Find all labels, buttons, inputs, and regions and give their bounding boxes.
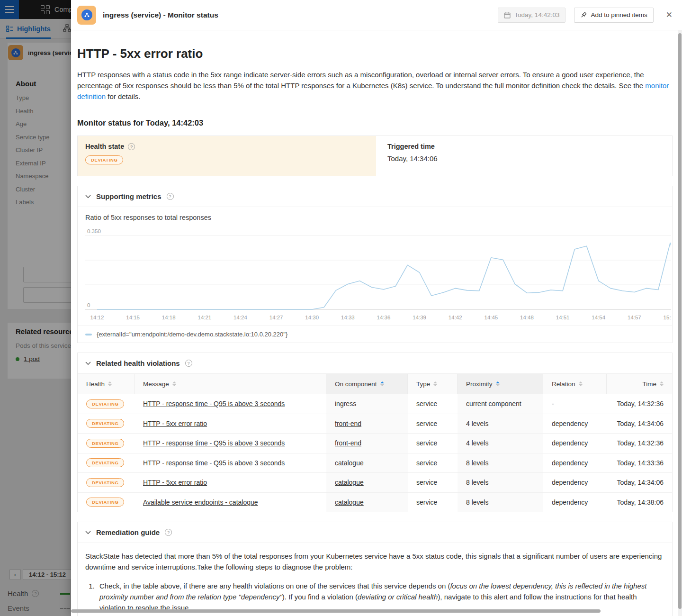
triggered-time-label: Triggered time [387,143,435,150]
sort-icon [496,381,500,386]
column-header-health[interactable]: Health [78,374,135,394]
vertical-scrollbar-thumb[interactable] [678,33,682,609]
proximity-cell: 4 levels [458,434,543,453]
message-cell: HTTP - response time - Q95 is above 3 se… [135,434,326,453]
proximity-cell: 8 levels [458,493,543,512]
on-component-cell: catalogue [326,453,408,473]
violation-message-link[interactable]: HTTP - 5xx error ratio [143,479,207,486]
type-cell: service [408,453,458,473]
sort-icon [660,381,664,386]
svg-text:14:27: 14:27 [269,315,283,320]
svg-text:14:21: 14:21 [197,315,211,320]
on-component-cell: ingress [326,394,408,414]
svg-text:14:36: 14:36 [377,315,391,320]
on-component-cell: front-end [326,434,408,453]
relation-cell: - [543,394,607,414]
violation-message-link[interactable]: HTTP - response time - Q95 is above 3 se… [143,459,285,467]
time-picker-button[interactable]: Today, 14:42:03 [498,8,565,23]
time-cell: Today, 14:33:36 [607,453,672,473]
type-cell: service [408,434,458,453]
column-header-message[interactable]: Message [135,374,326,394]
component-link[interactable]: front-end [335,420,361,427]
violation-message-link[interactable]: Available service endpoints - catalogue [143,498,258,506]
column-header-type[interactable]: Type [408,374,458,394]
svg-text:14:12: 14:12 [90,315,104,320]
add-to-pinned-items-button[interactable]: Add to pinned items [574,8,653,23]
violation-message-link[interactable]: HTTP - 5xx error ratio [143,420,207,427]
proximity-cell: 4 levels [458,414,543,434]
sort-icon [172,381,176,386]
health-state-help-icon[interactable]: ? [128,143,135,150]
deviating-badge: DEVIATING [85,155,123,164]
calendar-icon [504,12,511,18]
type-cell: service [408,473,458,492]
component-link[interactable]: front-end [335,439,361,447]
proximity-cell: 8 levels [458,453,543,473]
component-link[interactable]: catalogue [335,459,364,467]
svg-text:14:45: 14:45 [484,315,498,320]
relation-cell: dependency [543,453,607,473]
chevron-down-icon [85,531,91,534]
component-link[interactable]: catalogue [335,479,364,486]
on-component-cell: catalogue [326,493,408,512]
health-cell: DEVIATING [78,394,135,414]
deviating-badge: DEVIATING [86,419,124,428]
component-link[interactable]: catalogue [335,498,364,506]
time-cell: Today, 14:34:06 [607,414,672,434]
violations-header[interactable]: Related health violations ? [78,353,672,374]
svg-text:14:30: 14:30 [305,315,319,320]
remediation-intro: StackState has detected that more than 5… [85,551,664,572]
remediation-title: Remediation guide [96,528,160,536]
page: Components Highlights [0,0,682,616]
triggered-time-cell: Triggered time Today, 14:34:06 [376,136,672,176]
relation-cell: dependency [543,493,607,512]
sort-icon [579,381,583,386]
on-component-cell: catalogue [326,473,408,492]
violations-table-header: HealthMessageOn componentTypeProximityRe… [78,374,672,394]
column-header-on-component[interactable]: On component [326,374,408,394]
deviating-badge: DEVIATING [86,498,124,507]
close-icon[interactable]: ✕ [664,10,674,20]
violation-message-link[interactable]: HTTP - response time - Q95 is above 3 se… [143,400,285,408]
violation-row: DEVIATINGHTTP - response time - Q95 is a… [78,453,672,473]
violations-title: Related health violations [96,359,180,367]
type-cell: service [408,493,458,512]
supporting-metrics-header[interactable]: Supporting metrics ? [78,186,672,207]
pin-icon [580,12,587,18]
supporting-metrics-help-icon[interactable]: ? [167,193,174,200]
column-header-relation[interactable]: Relation [543,374,607,394]
health-cell: DEVIATING [78,414,135,434]
violations-help-icon[interactable]: ? [185,360,192,367]
horizontal-scrollbar[interactable] [71,609,601,613]
type-cell: service [408,414,458,434]
modal-header: ingress (service) - Monitor status Today… [71,0,682,30]
health-state-panel: Health state ? DEVIATING Triggered time … [77,136,673,176]
column-header-proximity[interactable]: Proximity [458,374,543,394]
column-header-time[interactable]: Time [607,374,672,394]
chevron-down-icon [85,362,91,365]
remediation-help-icon[interactable]: ? [165,529,172,536]
monitor-status-heading: Monitor status for Today, 14:42:03 [77,118,673,127]
health-cell: DEVIATING [78,453,135,473]
relation-cell: dependency [543,434,607,453]
component-name: ingress [335,400,356,408]
monitor-definition-link[interactable]: monitor definition [77,82,669,100]
violation-message-link[interactable]: HTTP - response time - Q95 is above 3 se… [143,439,285,447]
health-state-cell: Health state ? DEVIATING [78,136,376,176]
add-to-pinned-items-label: Add to pinned items [591,11,647,18]
time-picker-label: Today, 14:42:03 [514,11,559,18]
relation-cell: dependency [543,473,607,492]
svg-text:15:00: 15:00 [664,315,671,320]
service-icon [77,6,96,25]
svg-text:0: 0 [87,302,90,308]
svg-text:14:54: 14:54 [592,315,605,320]
metric-chart[interactable]: 0.350014:1214:1514:1814:2114:2414:2714:3… [85,228,672,323]
monitor-title: HTTP - 5xx error ratio [77,46,673,61]
modal-body: HTTP - 5xx error ratio HTTP responses wi… [71,46,682,616]
remediation-header[interactable]: Remediation guide ? [78,522,672,543]
svg-text:14:57: 14:57 [628,315,641,320]
deviating-badge: DEVIATING [86,458,124,467]
sort-icon [433,381,437,386]
violations-table-body: DEVIATINGHTTP - response time - Q95 is a… [78,394,672,512]
violation-row: DEVIATINGHTTP - response time - Q95 is a… [78,394,672,414]
